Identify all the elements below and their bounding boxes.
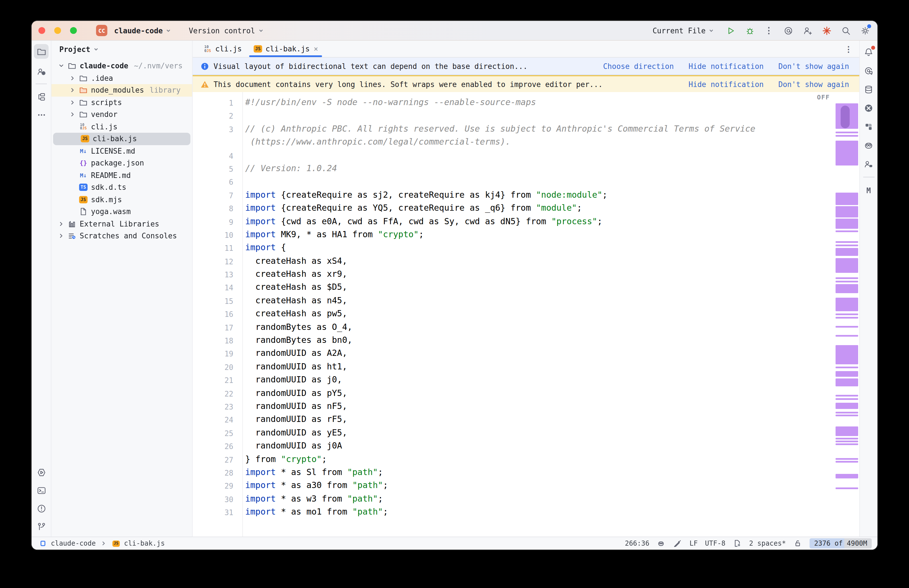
code-line[interactable]: 16 createHash as pw5, [193, 308, 833, 321]
code-line[interactable]: 1#!/usr/bin/env -S node --no-warnings --… [193, 96, 833, 109]
error-stripe-scrollbar[interactable] [834, 92, 859, 536]
project-folder-icon[interactable] [34, 44, 48, 59]
banner-link[interactable]: Choose direction [603, 62, 674, 70]
code-line[interactable]: 6 [193, 175, 833, 189]
zoom-window-button[interactable] [70, 27, 77, 34]
structure-icon[interactable] [36, 91, 47, 102]
caret-position[interactable]: 266:36 [625, 540, 649, 547]
tree-item-LICENSE.md[interactable]: M↓LICENSE.md [52, 145, 192, 157]
chevron-right-icon[interactable] [68, 110, 77, 119]
code-line[interactable]: 12 createHash as xS4, [193, 254, 833, 268]
letter-m-icon[interactable]: M [863, 185, 874, 196]
code-line[interactable]: 22 randomUUID as pY5, [193, 387, 833, 400]
chevron-right-icon[interactable] [68, 74, 77, 82]
code-line[interactable]: 21 randomUUID as j0, [193, 373, 833, 387]
tree-item-cli.js[interactable]: 100JScli.js [52, 121, 192, 133]
tree-item-External Libraries[interactable]: External Libraries [52, 218, 192, 230]
code-line[interactable]: 24 randomUUID as rF5, [193, 413, 833, 426]
chevron-right-icon[interactable] [68, 86, 77, 95]
js-badge-small-icon[interactable]: JS [111, 539, 121, 548]
code-line[interactable]: 25 randomUUID as yE5, [193, 426, 833, 440]
code-line[interactable]: 5// Version: 1.0.24 [193, 162, 833, 175]
help-chat-icon[interactable]: ? [36, 66, 47, 77]
run-configuration-select[interactable]: Current File [650, 25, 717, 36]
pen-slash-icon[interactable] [673, 539, 682, 548]
git-branch-icon[interactable] [36, 521, 47, 532]
breadcrumb-chevron-icon[interactable] [99, 539, 108, 548]
chevron-down-icon[interactable] [57, 62, 66, 70]
tree-item-.idea[interactable]: .idea [52, 72, 192, 84]
chevron-right-icon[interactable] [57, 220, 66, 228]
services-hexagon-icon[interactable] [36, 467, 47, 478]
code-line[interactable]: 13 createHash as xr9, [193, 268, 833, 281]
code-line[interactable]: 15 createHash as n45, [193, 294, 833, 308]
code-line[interactable]: 19 randomUUID as A2A, [193, 347, 833, 360]
robot-face-icon[interactable] [863, 139, 874, 151]
code-line[interactable]: 3// (c) Anthropic PBC. All rights reserv… [193, 123, 833, 136]
code-line[interactable]: 17 randomBytes as O_4, [193, 321, 833, 334]
tree-item-node_modules[interactable]: node_moduleslibrary [52, 84, 192, 96]
tree-item-cli-bak.js[interactable]: JScli-bak.js [53, 133, 191, 145]
code-line[interactable]: 18 randomBytes as bn0, [193, 334, 833, 347]
project-square-icon[interactable] [39, 539, 47, 548]
close-window-button[interactable] [39, 27, 45, 34]
tree-item-sdk.d.ts[interactable]: TSsdk.d.ts [52, 181, 192, 194]
banner-link[interactable]: Don't show again [778, 80, 849, 89]
tree-item-claude-code[interactable]: claude-code~/.nvm/vers [52, 60, 192, 72]
notifications-bell-icon[interactable] [863, 46, 874, 58]
banner-link[interactable]: Hide notification [688, 62, 764, 70]
problems-icon[interactable] [36, 503, 47, 514]
code-line[interactable]: 29import * as a30 from "path"; [193, 479, 833, 493]
tab-cli.js[interactable]: 100JScli.js [197, 41, 247, 57]
minimize-window-button[interactable] [54, 27, 61, 34]
chevron-right-icon[interactable] [68, 98, 77, 107]
ai-assistant-icon[interactable] [863, 65, 874, 76]
code-line[interactable]: 26 randomUUID as j0A [193, 439, 833, 453]
code-line[interactable]: 9import {cwd as e0A, cwd as FfA, cwd as … [193, 215, 833, 228]
more-vert-icon[interactable]: ⋮ [763, 25, 775, 36]
plugin-checker-icon[interactable] [863, 121, 874, 132]
search-icon[interactable] [840, 25, 851, 36]
banner-link[interactable]: Don't show again [778, 62, 849, 70]
tree-item-package.json[interactable]: {}package.json [52, 157, 192, 169]
code-line[interactable]: 27} from "crypto"; [193, 453, 833, 466]
no-entry-icon[interactable] [863, 102, 874, 113]
breadcrumb-file[interactable]: cli-bak.js [124, 540, 165, 547]
banner-link[interactable]: Hide notification [688, 80, 764, 89]
tree-item-vendor[interactable]: vendor [52, 108, 192, 121]
code-line[interactable]: 31import * as mo1 from "path"; [193, 506, 833, 519]
line-separator[interactable]: LF [689, 540, 698, 547]
code-line[interactable]: 30import * as w3 from "path"; [193, 492, 833, 506]
code-line[interactable]: 20 randomUUID as ht1, [193, 360, 833, 374]
file-settings-icon[interactable] [733, 539, 742, 548]
service-burst-icon[interactable] [821, 25, 832, 36]
tree-item-sdk.mjs[interactable]: JSsdk.mjs [52, 194, 192, 205]
code-line[interactable]: 11import { [193, 241, 833, 255]
code-line[interactable]: 14 createHash as $D5, [193, 281, 833, 294]
inspections-off-badge[interactable]: OFF [817, 94, 830, 101]
unlocked-icon[interactable] [793, 539, 802, 548]
indent-style[interactable]: 2 spaces* [749, 540, 786, 547]
at-mentions-icon[interactable] [783, 25, 794, 36]
terminal-icon[interactable] [36, 485, 47, 496]
code-line[interactable]: 2 [193, 109, 833, 123]
memory-indicator[interactable]: 2376 of 4900M [810, 538, 872, 548]
tab-close-icon[interactable]: × [313, 45, 318, 53]
ai-robot-icon[interactable] [657, 539, 666, 548]
chevron-right-icon[interactable] [57, 232, 66, 240]
code-line[interactable]: 4 [193, 149, 833, 162]
database-icon[interactable] [863, 84, 874, 95]
tree-item-Scratches and Consoles[interactable]: Scratches and Consoles [52, 230, 192, 242]
tree-item-scripts[interactable]: scripts [52, 96, 192, 108]
more-horizontal-icon[interactable] [36, 109, 47, 120]
vcs-menu[interactable]: Version control [186, 25, 266, 36]
debug-bug-icon[interactable] [744, 25, 755, 36]
code-line[interactable]: 28import * as Sl from "path"; [193, 466, 833, 479]
scrollbar-thumb[interactable] [841, 106, 850, 128]
project-panel-header[interactable]: Project [52, 41, 192, 58]
tree-item-yoga.wasm[interactable]: yoga.wasm [52, 205, 192, 218]
tab-list-more-icon[interactable]: ⋮ [838, 41, 859, 57]
code-line[interactable]: 23 randomUUID as nF5, [193, 400, 833, 413]
code-line[interactable]: 8import {createRequire as YQ5, createReq… [193, 202, 833, 215]
code-line[interactable]: 10import MK9, * as HA1 from "crypto"; [193, 228, 833, 241]
